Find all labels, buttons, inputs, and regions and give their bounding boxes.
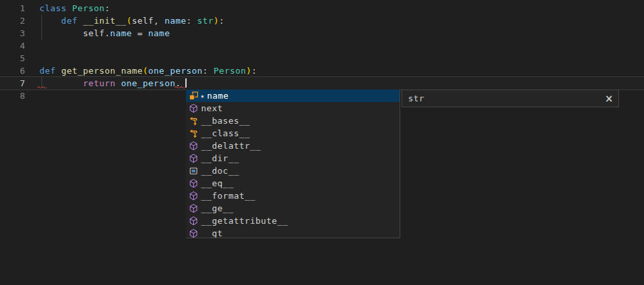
- line-number: 6: [0, 65, 25, 77]
- suggestion-label: __ge__: [201, 203, 234, 213]
- code-line[interactable]: def get_person_name(one_person: Person):: [39, 65, 644, 77]
- code-token: return: [83, 78, 116, 88]
- suggestion-label: next: [201, 103, 223, 113]
- close-icon[interactable]: ×: [605, 94, 613, 103]
- line-number-gutter: 12345678: [0, 2, 25, 102]
- code-token: name: [164, 16, 186, 26]
- code-token: self: [132, 16, 154, 26]
- symbol-constant-icon: [188, 166, 198, 176]
- code-token: class: [39, 3, 66, 13]
- suggestion-label: __format__: [201, 191, 256, 201]
- suggestion-type-text: str: [408, 93, 605, 103]
- code-token: [39, 28, 83, 38]
- code-token: =: [132, 28, 149, 38]
- code-token: name: [110, 28, 132, 38]
- code-token: .: [175, 78, 181, 88]
- code-token: __init__: [83, 16, 126, 26]
- code-token: :: [252, 66, 257, 76]
- suggestion-item[interactable]: __ge__: [186, 202, 400, 215]
- text-cursor: [185, 78, 187, 88]
- suggestion-label: __bases__: [201, 116, 250, 126]
- code-token: get_person_name: [61, 66, 143, 76]
- code-token: self: [83, 28, 104, 38]
- symbol-field-icon: [188, 91, 198, 101]
- code-line[interactable]: def __init__(self, name: str):: [39, 14, 644, 27]
- code-token: :: [187, 16, 198, 26]
- line-number: 7: [0, 77, 25, 90]
- suggestion-details-panel: str ×: [402, 90, 619, 107]
- symbol-method-icon: [188, 216, 198, 226]
- code-editor[interactable]: 12345678 class Person: def __init__(self…: [0, 0, 644, 285]
- code-token: def: [39, 66, 56, 76]
- code-line[interactable]: return one_person.: [39, 77, 644, 90]
- line-number: 2: [0, 14, 25, 27]
- intellicode-star-icon: ★: [200, 91, 204, 101]
- suggestion-label: __eq__: [201, 178, 234, 188]
- suggestion-item[interactable]: __format__: [186, 190, 400, 202]
- code-token: [39, 16, 61, 26]
- suggestion-item[interactable]: __eq__: [186, 177, 400, 190]
- suggestion-item[interactable]: ★name: [186, 90, 400, 102]
- code-token: [66, 3, 72, 13]
- code-token: Person: [72, 3, 105, 13]
- line-number: 3: [0, 27, 25, 39]
- code-token: str: [197, 16, 214, 26]
- code-line[interactable]: self.name = name: [39, 27, 644, 39]
- code-area[interactable]: class Person: def __init__(self, name: s…: [39, 2, 644, 102]
- autocomplete-dropdown[interactable]: ★namenext__bases____class____delattr____…: [186, 90, 400, 238]
- code-token: :: [219, 16, 224, 26]
- symbol-method-icon: [188, 191, 198, 201]
- symbol-arrows-icon: [188, 116, 198, 126]
- suggestion-item[interactable]: __doc__: [186, 165, 400, 177]
- suggestion-item[interactable]: __dir__: [186, 152, 400, 165]
- code-token: Person: [214, 66, 246, 76]
- suggestion-item[interactable]: __getattribute__: [186, 215, 400, 227]
- code-token: one_person: [149, 66, 203, 76]
- symbol-method-icon: [188, 228, 198, 239]
- code-token: [116, 78, 121, 88]
- code-token: (: [143, 66, 148, 76]
- symbol-method-icon: [188, 153, 198, 164]
- suggestion-label: __doc__: [201, 166, 239, 176]
- suggestion-label: __gt__: [201, 228, 234, 238]
- symbol-method-icon: [188, 203, 198, 214]
- suggestion-item[interactable]: __bases__: [186, 115, 400, 127]
- code-token: def: [61, 16, 78, 26]
- suggestion-item[interactable]: __class__: [186, 127, 400, 140]
- symbol-arrows-icon: [188, 128, 198, 139]
- code-token: name: [149, 28, 170, 38]
- code-token: ): [246, 66, 252, 76]
- suggestion-item[interactable]: next: [186, 102, 400, 115]
- suggestion-label: __getattribute__: [201, 216, 288, 226]
- code-token: ): [214, 16, 219, 26]
- suggestion-label: name: [207, 91, 229, 101]
- code-token: one_person: [121, 78, 175, 88]
- code-line[interactable]: [39, 52, 644, 65]
- suggestion-label: __dir__: [201, 153, 239, 163]
- symbol-method-icon: [188, 178, 198, 189]
- code-token: :: [202, 66, 214, 76]
- line-number: 5: [0, 52, 25, 65]
- symbol-method-icon: [188, 141, 198, 151]
- line-number: 1: [0, 2, 25, 14]
- line-number: 8: [0, 90, 25, 102]
- code-token: .: [104, 28, 110, 38]
- suggestion-label: __class__: [201, 128, 250, 138]
- suggestion-item[interactable]: __delattr__: [186, 140, 400, 152]
- code-token: ,: [154, 16, 165, 26]
- code-token: :: [104, 3, 110, 13]
- line-number: 4: [0, 39, 25, 52]
- suggestion-item[interactable]: __gt__: [186, 227, 400, 238]
- symbol-method-icon: [188, 103, 198, 114]
- code-line[interactable]: class Person:: [39, 2, 644, 14]
- code-token: [56, 66, 61, 76]
- code-line[interactable]: [39, 39, 644, 52]
- code-token: [39, 78, 83, 88]
- suggestion-label: __delattr__: [201, 141, 261, 151]
- code-token: [78, 16, 83, 26]
- code-token: (: [126, 16, 131, 26]
